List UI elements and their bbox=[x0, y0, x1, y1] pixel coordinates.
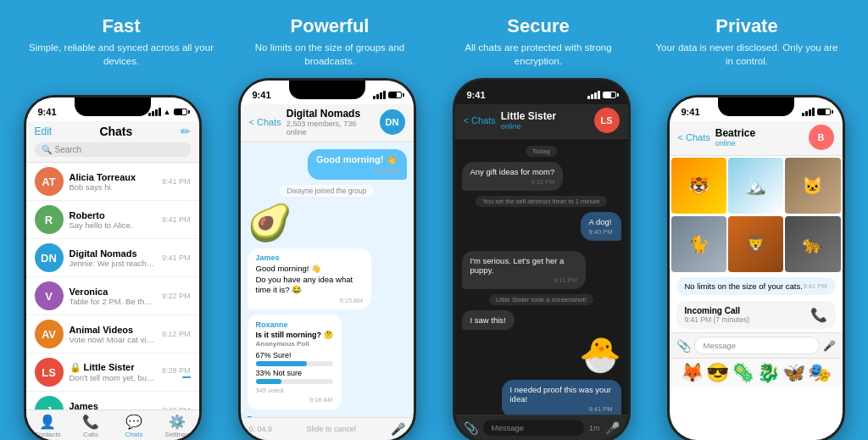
attachment-icon-4[interactable]: 📎 bbox=[676, 339, 691, 353]
chat-item-veronica[interactable]: V Veronica Table for 2 PM. Be there. 9:2… bbox=[26, 277, 199, 315]
msg-sender-james: James bbox=[256, 253, 364, 262]
settings-icon: ⚙️ bbox=[169, 414, 186, 430]
signal-2 bbox=[373, 91, 386, 99]
avatar-animal-videos: AV bbox=[35, 320, 64, 348]
notch-2 bbox=[289, 81, 365, 99]
media-thumb-cat3[interactable]: 🦁 bbox=[728, 216, 783, 271]
mic-icon-4[interactable]: 🎤 bbox=[823, 340, 836, 352]
sticker-mask[interactable]: 🎭 bbox=[808, 362, 831, 384]
sticker-virus[interactable]: 🦠 bbox=[732, 362, 754, 384]
chat-item-animal-videos[interactable]: AV Animal Videos Vote now! Moar cat vide… bbox=[26, 315, 199, 354]
phone-1-content: 9:41 ▲ Edit bbox=[26, 97, 199, 440]
tab-chats-label: Chats bbox=[125, 431, 143, 438]
chat-time-roberto: 9:41 PM bbox=[162, 215, 191, 224]
msg-out-dog: A dog! 9:40 PM bbox=[581, 212, 621, 241]
msg-in-james: James Good morning! 👋Do you have any ide… bbox=[248, 248, 372, 309]
notch-4 bbox=[718, 97, 794, 116]
chat-info-animal-videos: Animal Videos Vote now! Moar cat videos … bbox=[70, 325, 156, 344]
tab-chats[interactable]: 💬 Chats bbox=[113, 414, 156, 438]
chat-time-veronica: 9:22 PM bbox=[162, 292, 191, 300]
chat-item-digital-nomads[interactable]: DN Digital Nomads Jennie: We just reache… bbox=[26, 239, 199, 277]
sticker-cool[interactable]: 😎 bbox=[706, 362, 729, 384]
signal-3 bbox=[587, 91, 600, 99]
chat-preview-little-sister: Don't tell mom yet, but I got the job! I… bbox=[70, 373, 156, 382]
edit-button[interactable]: Edit bbox=[35, 125, 53, 137]
chat-item-james[interactable]: J James Check these out. 7:42 PM bbox=[26, 392, 199, 409]
msg-time-serious: 9:11 PM bbox=[470, 276, 578, 284]
sticker-dragon[interactable]: 🐉 bbox=[757, 362, 780, 384]
nav-bar-1: Edit Chats ✏ 🔍 Search bbox=[26, 121, 199, 163]
avatar-roberto: R bbox=[35, 205, 64, 234]
msg-in-saw: I saw this! bbox=[462, 310, 515, 330]
media-caption-bubble: No limits on the size of your cats. 9:41… bbox=[676, 277, 836, 295]
tab-contacts[interactable]: 👤 Contacts bbox=[26, 414, 70, 438]
chat-preview-alicia: Bob says hi. bbox=[70, 182, 156, 192]
tab-settings[interactable]: ⚙️ Settings bbox=[156, 414, 199, 438]
chat-header-4: < Chats Beatrice online B bbox=[670, 121, 843, 156]
chat-item-little-sister[interactable]: LS 🔒 Little Sister Don't tell mom yet, b… bbox=[26, 354, 199, 392]
media-thumb-snow[interactable]: 🏔️ bbox=[728, 158, 783, 213]
chat-info-digital-nomads: Digital Nomads Jennie: We just reached 2… bbox=[70, 248, 156, 268]
notch-3 bbox=[504, 81, 580, 99]
msg-system-screenshot: Little Sister took a screenshot! bbox=[489, 294, 593, 305]
messages-area-3: Today Any gift ideas for mom? 9:33 PM Yo… bbox=[455, 139, 628, 415]
chat-item-roberto[interactable]: R Roberto Say hello to Alice. 9:41 PM bbox=[26, 201, 199, 239]
poll-option-sure[interactable]: 67% Sure! bbox=[256, 351, 333, 366]
sticker-fox[interactable]: 🦊 bbox=[681, 362, 704, 384]
chats-title: Chats bbox=[99, 125, 132, 138]
chat-header-2: < Chats Digital Nomads 2,503 members, 73… bbox=[241, 104, 414, 142]
chat-preview-animal-videos: Vote now! Moar cat videos in this channe… bbox=[70, 335, 156, 344]
time-1: 9:41 bbox=[38, 107, 57, 117]
chat-meta-digital-nomads: 9:41 PM bbox=[162, 253, 191, 262]
notch-1 bbox=[75, 97, 151, 116]
avatar-digital-nomads: DN bbox=[35, 243, 64, 272]
poll-option-not-sure-label: 33% Not sure bbox=[256, 369, 303, 377]
sticker-butterfly[interactable]: 🦋 bbox=[782, 362, 805, 384]
chat-info-alicia: Alicia Torreaux Bob says hi. bbox=[70, 172, 156, 192]
attachment-icon-3[interactable]: 📎 bbox=[464, 421, 478, 435]
time-4: 9:41 bbox=[682, 107, 700, 117]
call-icon[interactable]: 📞 bbox=[810, 307, 827, 323]
phone-4-content: 9:41 < Chats Beatrice bbox=[670, 97, 843, 440]
sticker-tray: 🦊 😎 🦠 🐉 🦋 🎭 bbox=[670, 358, 843, 387]
poll-voted: 345 voted bbox=[256, 387, 333, 394]
media-thumb-cat1[interactable]: 🐱 bbox=[785, 158, 840, 213]
mic-icon-3[interactable]: 🎤 bbox=[605, 421, 620, 435]
message-input-3[interactable]: Message bbox=[483, 420, 584, 436]
message-input-4[interactable]: Message bbox=[694, 337, 820, 354]
feature-private-desc: Your data is never disclosed. Only you a… bbox=[654, 41, 840, 68]
poll-option-not-sure[interactable]: 33% Not sure bbox=[256, 369, 333, 384]
chat-name-alicia: Alicia Torreaux bbox=[70, 172, 156, 182]
poll-bubble: Roxanne Is it still morning? 🤔Anonymous … bbox=[248, 315, 342, 409]
back-button-2[interactable]: < Chats bbox=[249, 117, 281, 127]
chat-meta-alicia: 9:41 PM bbox=[162, 177, 191, 186]
search-bar-1[interactable]: 🔍 Search bbox=[35, 142, 191, 157]
battery-1 bbox=[174, 109, 187, 115]
beatrice-avatar: B bbox=[809, 125, 834, 150]
media-thumb-cat2[interactable]: 🐈 bbox=[671, 216, 726, 271]
mic-button[interactable]: 🎤 bbox=[391, 422, 405, 436]
chat-name-roberto: Roberto bbox=[70, 210, 156, 220]
call-notification: Incoming Call 9:41 PM (7 minutes) 📞 bbox=[676, 301, 836, 329]
msg-time-dog: 9:40 PM bbox=[589, 228, 613, 236]
feature-secure-title: Secure bbox=[445, 15, 632, 37]
tab-calls[interactable]: 📞 Calls bbox=[70, 414, 113, 438]
msg-system-joined: Dwayne joined the group bbox=[280, 185, 373, 197]
media-thumb-cat4[interactable]: 🐆 bbox=[785, 216, 840, 271]
tab-bar-1: 👤 Contacts 📞 Calls 💬 Chats ⚙️ Settings bbox=[26, 409, 199, 440]
compose-button[interactable]: ✏ bbox=[181, 125, 191, 138]
media-thumb-tiger[interactable]: 🐯 bbox=[671, 158, 726, 213]
chat-list-1: AT Alicia Torreaux Bob says hi. 9:41 PM … bbox=[26, 163, 199, 409]
signal-4 bbox=[802, 108, 815, 116]
back-button-3[interactable]: < Chats bbox=[464, 115, 496, 125]
poll-bar-not-sure bbox=[256, 379, 333, 384]
timer-badge: 1m bbox=[589, 424, 600, 432]
chat-header-sub-2: 2,503 members, 736 online bbox=[287, 120, 375, 136]
call-time: 9:41 PM (7 minutes) bbox=[685, 315, 750, 324]
slide-cancel-label: Slide to cancel bbox=[276, 425, 386, 433]
chat-item-alicia[interactable]: AT Alicia Torreaux Bob says hi. 9:41 PM bbox=[26, 163, 199, 201]
back-button-4[interactable]: < Chats bbox=[678, 132, 710, 142]
phone-3: 9:41 < Chats Little Sister bbox=[453, 78, 631, 440]
chat-preview-roberto: Say hello to Alice. bbox=[70, 220, 156, 230]
chat-meta-roberto: 9:41 PM bbox=[162, 215, 191, 224]
